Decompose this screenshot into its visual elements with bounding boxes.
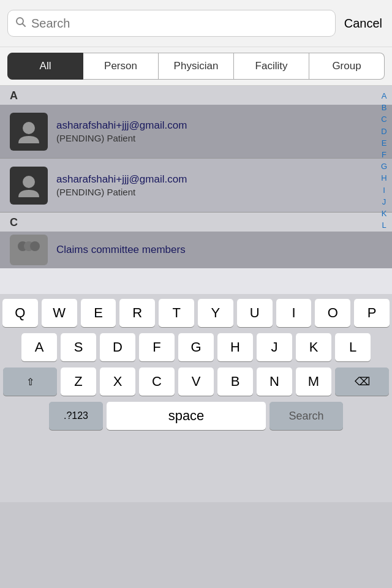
tab-all[interactable]: All <box>7 53 83 80</box>
contact-info: asharafshahi+jjj@gmail.com (PENDING) Pat… <box>56 173 382 197</box>
alpha-e[interactable]: E <box>379 138 390 149</box>
alpha-l[interactable]: L <box>379 220 390 231</box>
key-v[interactable]: V <box>178 368 214 396</box>
avatar <box>10 167 48 205</box>
key-t[interactable]: T <box>159 299 194 327</box>
section-header-c: C <box>0 213 392 232</box>
list-item[interactable]: asharafshahi+jjj@gmail.com (PENDING) Pat… <box>0 159 392 213</box>
key-l[interactable]: L <box>335 333 371 361</box>
shift-button[interactable]: ⇧ <box>3 368 57 396</box>
contact-role: (PENDING) Patient <box>56 133 382 143</box>
alpha-k[interactable]: K <box>379 208 390 219</box>
alpha-b[interactable]: B <box>379 102 390 113</box>
contact-info: Claims committee members <box>56 244 382 256</box>
delete-icon: ⌫ <box>355 375 370 388</box>
key-s[interactable]: S <box>61 333 96 361</box>
svg-point-3 <box>23 176 35 188</box>
alpha-i[interactable]: I <box>379 185 390 196</box>
key-c[interactable]: C <box>139 368 175 396</box>
svg-point-6 <box>30 241 40 251</box>
svg-line-1 <box>23 24 26 27</box>
keyboard: Q W E R T Y U I O P A S D F G H J K L ⇧ … <box>0 294 392 502</box>
tab-group[interactable]: Group <box>309 53 385 80</box>
key-a[interactable]: A <box>21 333 57 361</box>
key-x[interactable]: X <box>100 368 135 396</box>
key-d[interactable]: D <box>100 333 135 361</box>
search-input[interactable] <box>31 17 328 31</box>
alpha-c[interactable]: C <box>379 114 390 125</box>
alpha-g[interactable]: G <box>379 161 390 172</box>
keyboard-row-3: ⇧ Z X C V B N M ⌫ <box>2 368 390 396</box>
list-item[interactable]: Claims committee members <box>0 232 392 268</box>
search-icon <box>15 17 26 30</box>
contact-info: asharafshahi+jjj@gmail.com (PENDING) Pat… <box>56 119 382 143</box>
contact-email: asharafshahi+jjj@gmail.com <box>56 119 382 132</box>
search-bar: Cancel <box>0 0 392 47</box>
key-m[interactable]: M <box>296 368 331 396</box>
space-button[interactable]: space <box>107 402 266 430</box>
keyboard-row-4: .?123 space Search <box>2 402 390 430</box>
key-p[interactable]: P <box>354 299 390 327</box>
search-input-wrapper[interactable] <box>7 10 336 37</box>
key-j[interactable]: J <box>257 333 292 361</box>
section-header-a: A <box>0 86 392 105</box>
alpha-index: A B C D E F G H I J K L <box>379 86 390 231</box>
key-y[interactable]: Y <box>198 299 233 327</box>
contact-name: Claims committee members <box>56 244 382 256</box>
search-button[interactable]: Search <box>270 402 343 430</box>
numbers-button[interactable]: .?123 <box>49 402 103 430</box>
key-r[interactable]: R <box>119 299 155 327</box>
keyboard-row-2: A S D F G H J K L <box>2 333 390 361</box>
key-e[interactable]: E <box>81 299 116 327</box>
key-u[interactable]: U <box>237 299 273 327</box>
key-b[interactable]: B <box>217 368 253 396</box>
alpha-f[interactable]: F <box>379 149 390 160</box>
delete-button[interactable]: ⌫ <box>335 368 389 396</box>
contact-role: (PENDING) Patient <box>56 187 382 197</box>
filter-tabs: All Person Physician Facility Group <box>0 47 392 86</box>
tab-facility[interactable]: Facility <box>234 53 309 80</box>
contact-email: asharafshahi+jjj@gmail.com <box>56 173 382 186</box>
avatar <box>10 113 48 151</box>
key-q[interactable]: Q <box>2 299 38 327</box>
keyboard-row-1: Q W E R T Y U I O P <box>2 299 390 327</box>
key-k[interactable]: K <box>296 333 331 361</box>
key-w[interactable]: W <box>42 299 77 327</box>
key-z[interactable]: Z <box>61 368 96 396</box>
key-f[interactable]: F <box>139 333 175 361</box>
key-o[interactable]: O <box>315 299 350 327</box>
alpha-h[interactable]: H <box>379 173 390 184</box>
key-g[interactable]: G <box>178 333 214 361</box>
svg-point-2 <box>23 122 35 134</box>
alpha-a[interactable]: A <box>379 91 390 102</box>
alpha-d[interactable]: D <box>379 126 390 137</box>
alpha-j[interactable]: J <box>379 197 390 208</box>
contact-list: A asharafshahi+jjj@gmail.com (PENDING) P… <box>0 86 392 294</box>
list-item[interactable]: asharafshahi+jjj@gmail.com (PENDING) Pat… <box>0 105 392 159</box>
key-i[interactable]: I <box>276 299 312 327</box>
tab-person[interactable]: Person <box>83 53 159 80</box>
key-h[interactable]: H <box>217 333 253 361</box>
tab-physician[interactable]: Physician <box>159 53 234 80</box>
avatar-group <box>10 235 48 265</box>
key-n[interactable]: N <box>257 368 292 396</box>
cancel-button[interactable]: Cancel <box>342 17 385 31</box>
